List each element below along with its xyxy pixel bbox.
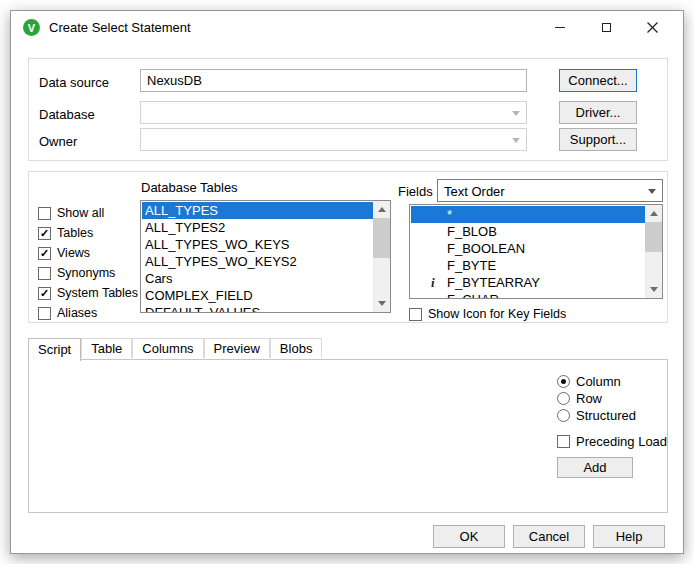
checkbox-icon	[409, 308, 422, 321]
checkbox-icon	[38, 207, 51, 220]
chevron-down-icon[interactable]	[648, 189, 656, 194]
maximize-icon	[602, 23, 611, 32]
table-row[interactable]: Cars	[142, 270, 373, 287]
tables-list: ALL_TYPESALL_TYPES2ALL_TYPES_WO_KEYSALL_…	[142, 202, 373, 312]
maximize-button[interactable]	[583, 11, 629, 43]
tab-script[interactable]: Script	[28, 338, 81, 361]
table-row[interactable]: ALL_TYPES_WO_KEYS	[142, 236, 373, 253]
checkbox-icon	[557, 435, 570, 448]
checkbox-icon: ✓	[38, 247, 51, 260]
ok-button[interactable]: OK	[433, 525, 505, 548]
window-title: Create Select Statement	[49, 20, 191, 35]
tables-listbox[interactable]: ALL_TYPESALL_TYPES2ALL_TYPES_WO_KEYSALL_…	[140, 200, 391, 313]
tab-preview[interactable]: Preview	[204, 338, 270, 358]
support-button[interactable]: Support...	[559, 128, 637, 151]
chevron-down-icon[interactable]	[512, 111, 520, 116]
scroll-down-icon[interactable]	[373, 295, 390, 312]
add-button[interactable]: Add	[557, 457, 633, 478]
help-button[interactable]: Help	[593, 525, 665, 548]
table-row[interactable]: DEFAULT_VALUES	[142, 304, 373, 312]
scroll-up-icon[interactable]	[373, 201, 390, 218]
checkbox-label: Aliases	[57, 306, 97, 320]
field-row[interactable]: F_BYTE	[411, 257, 645, 274]
database-combo[interactable]	[140, 101, 527, 124]
radio-row[interactable]: Row	[557, 390, 636, 407]
checkbox-label: Preceding Load	[576, 434, 667, 449]
field-row[interactable]: F_BLOB	[411, 223, 645, 240]
fields-listbox[interactable]: *F_BLOBF_BOOLEANF_BYTEiF_BYTEARRAYF_CHAR	[409, 204, 663, 299]
field-name: F_CHAR	[447, 292, 499, 298]
preceding-load-checkbox[interactable]: Preceding Load	[557, 431, 667, 451]
field-row[interactable]: F_CHAR	[411, 291, 645, 298]
tables-scrollbar[interactable]	[373, 201, 390, 312]
scroll-up-icon[interactable]	[645, 205, 662, 222]
table-row[interactable]: ALL_TYPES2	[142, 219, 373, 236]
field-name: F_BYTE	[447, 258, 496, 273]
filter-checkbox-views[interactable]: ✓Views	[38, 243, 138, 263]
minimize-button[interactable]	[537, 11, 583, 43]
filter-checkboxes: Show all✓Tables✓ViewsSynonyms✓System Tab…	[38, 203, 138, 323]
radio-icon	[557, 392, 570, 405]
field-row[interactable]: F_BOOLEAN	[411, 240, 645, 257]
field-name: *	[447, 207, 452, 222]
close-button[interactable]	[629, 11, 675, 43]
radio-icon	[557, 409, 570, 422]
minimize-icon	[555, 27, 565, 28]
field-type-icon: i	[431, 274, 435, 291]
field-order-value: Text Order	[444, 184, 505, 199]
create-select-statement-dialog: V Create Select Statement Data source Co…	[10, 10, 684, 554]
app-logo-icon: V	[23, 19, 40, 36]
tab-table[interactable]: Table	[81, 338, 132, 358]
tab-blobs[interactable]: Blobs	[270, 338, 323, 358]
checkbox-label: System Tables	[57, 286, 138, 300]
app-logo-letter: V	[28, 22, 35, 34]
filter-checkbox-system-tables[interactable]: ✓System Tables	[38, 283, 138, 303]
checkbox-icon: ✓	[38, 227, 51, 240]
field-order-combo[interactable]: Text Order	[437, 179, 663, 202]
driver-button[interactable]: Driver...	[559, 101, 637, 124]
show-icon-checkbox[interactable]: Show Icon for Key Fields	[409, 304, 566, 324]
field-row[interactable]: iF_BYTEARRAY	[411, 274, 645, 291]
database-tables-label: Database Tables	[141, 180, 238, 195]
caption-buttons	[537, 11, 675, 43]
radio-label: Structured	[576, 408, 636, 423]
connect-button[interactable]: Connect...	[559, 69, 637, 92]
close-icon	[647, 22, 658, 33]
fields-list: *F_BLOBF_BOOLEANF_BYTEiF_BYTEARRAYF_CHAR	[411, 206, 645, 298]
filter-checkbox-aliases[interactable]: Aliases	[38, 303, 138, 323]
table-row[interactable]: ALL_TYPES_WO_KEYS2	[142, 253, 373, 270]
checkbox-icon	[38, 267, 51, 280]
titlebar: V Create Select Statement	[11, 11, 683, 43]
chevron-down-icon[interactable]	[512, 138, 520, 143]
cancel-button[interactable]: Cancel	[513, 525, 585, 548]
data-source-label: Data source	[39, 75, 109, 90]
checkbox-label: Show all	[57, 206, 104, 220]
fields-scrollbar[interactable]	[645, 205, 662, 298]
checkbox-label: Show Icon for Key Fields	[428, 307, 566, 321]
radio-label: Column	[576, 374, 621, 389]
database-label: Database	[39, 107, 95, 122]
scrollbar-thumb[interactable]	[645, 222, 662, 252]
table-row[interactable]: COMPLEX_FIELD	[142, 287, 373, 304]
owner-combo[interactable]	[140, 128, 527, 151]
checkbox-label: Synonyms	[57, 266, 115, 280]
load-mode-group: ColumnRowStructured	[557, 373, 636, 424]
data-source-input[interactable]	[140, 69, 527, 92]
checkbox-label: Tables	[57, 226, 93, 240]
radio-column[interactable]: Column	[557, 373, 636, 390]
table-row[interactable]: ALL_TYPES	[142, 202, 373, 219]
scrollbar-thumb[interactable]	[373, 218, 390, 258]
field-name: F_BYTEARRAY	[447, 275, 540, 290]
field-name: F_BLOB	[447, 224, 497, 239]
tab-columns[interactable]: Columns	[132, 338, 203, 358]
tab-strip: ScriptTableColumnsPreviewBlobs	[28, 337, 322, 360]
radio-structured[interactable]: Structured	[557, 407, 636, 424]
filter-checkbox-show-all[interactable]: Show all	[38, 203, 138, 223]
field-row[interactable]: *	[411, 206, 645, 223]
filter-checkbox-tables[interactable]: ✓Tables	[38, 223, 138, 243]
fields-label: Fields	[398, 184, 433, 199]
field-name: F_BOOLEAN	[447, 241, 525, 256]
scroll-down-icon[interactable]	[645, 281, 662, 298]
radio-label: Row	[576, 391, 602, 406]
filter-checkbox-synonyms[interactable]: Synonyms	[38, 263, 138, 283]
